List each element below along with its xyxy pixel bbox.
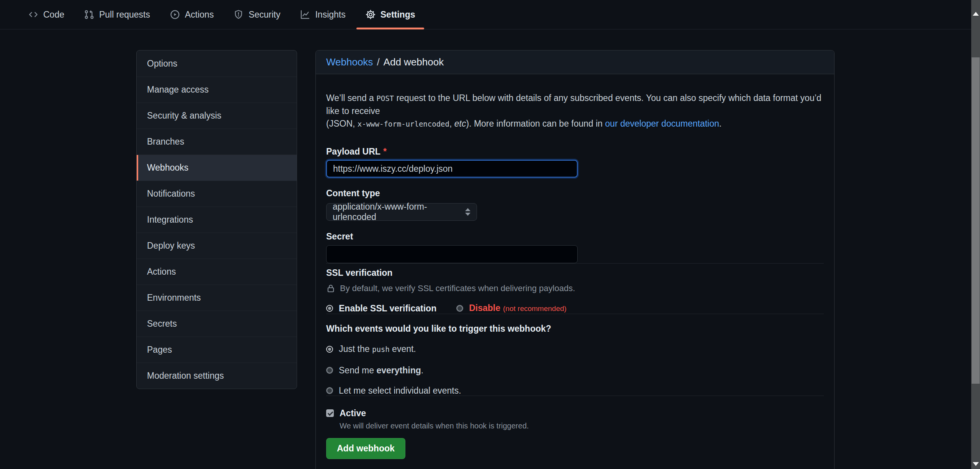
sidebar-item-label: Moderation settings: [147, 371, 224, 381]
settings-sidebar: Options Manage access Security & analysi…: [136, 50, 297, 389]
active-label: Active: [340, 408, 366, 418]
tab-label: Pull requests: [99, 10, 150, 20]
ssl-disable-radio[interactable]: Disable(not recommended): [456, 303, 567, 314]
section-divider: [326, 396, 824, 396]
ssl-note-row: By default, we verify SSL certificates w…: [326, 283, 824, 293]
scroll-up-arrow[interactable]: [973, 12, 979, 16]
sidebar-item-notifications[interactable]: Notifications: [137, 181, 297, 207]
section-divider: [326, 263, 824, 264]
sidebar-item-label: Integrations: [147, 215, 193, 225]
urlencoded-code: x-www-form-urlencoded: [358, 120, 449, 128]
tab-actions[interactable]: Actions: [160, 0, 224, 29]
sidebar-item-deploy-keys[interactable]: Deploy keys: [137, 233, 297, 259]
ssl-note-text: By default, we verify SSL certificates w…: [340, 283, 575, 293]
required-asterisk: *: [383, 147, 387, 156]
event-individual-radio[interactable]: Let me select individual events.: [326, 386, 824, 396]
radio-selected-icon: [326, 305, 333, 312]
sidebar-item-label: Actions: [147, 267, 176, 277]
tab-label: Insights: [315, 10, 345, 20]
content-type-select[interactable]: application/x-www-form-urlencoded: [326, 203, 477, 221]
event-label-part: Just the: [339, 344, 372, 354]
ssl-options: Enable SSL verification Disable(not reco…: [326, 303, 824, 314]
radio-unselected-icon: [326, 367, 333, 374]
tab-label: Settings: [381, 10, 415, 20]
payload-url-input[interactable]: [326, 160, 578, 178]
event-everything-label: Send me everything.: [339, 365, 423, 375]
intro-part: We’ll send a: [326, 93, 376, 103]
intro-part: ,: [449, 119, 454, 129]
event-just-push-label: Just the push event.: [339, 344, 416, 354]
add-webhook-button[interactable]: Add webhook: [326, 438, 405, 459]
tab-label: Code: [43, 10, 64, 20]
sidebar-item-label: Webhooks: [147, 163, 188, 173]
developer-docs-link[interactable]: our developer documentation: [605, 119, 719, 129]
breadcrumb-separator: /: [377, 56, 379, 68]
graph-icon: [300, 10, 310, 20]
sidebar-item-label: Notifications: [147, 189, 195, 199]
sidebar-item-environments[interactable]: Environments: [137, 285, 297, 311]
section-divider: [326, 314, 824, 314]
intro-part: (JSON,: [326, 119, 358, 129]
sidebar-item-security-analysis[interactable]: Security & analysis: [137, 103, 297, 129]
tab-pull-requests[interactable]: Pull requests: [74, 0, 160, 29]
payload-url-label: Payload URL*: [326, 147, 824, 156]
radio-selected-icon: [326, 346, 333, 353]
sidebar-item-webhooks[interactable]: Webhooks: [137, 155, 297, 181]
event-label-bold: everything: [376, 365, 421, 375]
event-individual-label: Let me select individual events.: [339, 386, 461, 396]
play-circle-icon: [170, 10, 180, 20]
gear-icon: [366, 10, 376, 20]
content-type-selected-value: application/x-www-form-urlencoded: [333, 202, 458, 222]
active-description: We will deliver event details when this …: [340, 421, 824, 430]
active-checkbox[interactable]: [326, 409, 334, 417]
sidebar-item-secrets[interactable]: Secrets: [137, 311, 297, 337]
sidebar-item-branches[interactable]: Branches: [137, 129, 297, 155]
tab-code[interactable]: Code: [18, 0, 74, 29]
sidebar-item-label: Secrets: [147, 319, 177, 329]
sidebar-item-label: Branches: [147, 137, 184, 147]
sidebar-item-label: Options: [147, 59, 177, 69]
ssl-enable-radio[interactable]: Enable SSL verification: [326, 303, 436, 313]
sidebar-item-moderation-settings[interactable]: Moderation settings: [137, 363, 297, 389]
breadcrumb: Webhooks / Add webhook: [316, 50, 834, 74]
ssl-disable-note: (not recommended): [503, 305, 567, 313]
tab-settings[interactable]: Settings: [356, 0, 425, 29]
event-label-part: event.: [390, 344, 416, 354]
radio-unselected-icon: [326, 387, 333, 394]
sidebar-item-integrations[interactable]: Integrations: [137, 207, 297, 233]
secret-label: Secret: [326, 231, 824, 241]
tab-security[interactable]: Security: [224, 0, 290, 29]
event-just-push-radio[interactable]: Just the push event.: [326, 344, 824, 354]
ssl-disable-label: Disable: [469, 303, 500, 313]
ssl-enable-label: Enable SSL verification: [339, 303, 436, 313]
scrollbar-thumb[interactable]: [972, 57, 980, 384]
intro-part: request to the URL below with details of…: [326, 93, 822, 116]
pull-request-icon: [84, 10, 94, 20]
event-label-part: .: [421, 365, 423, 375]
intro-text: We’ll send a POST request to the URL bel…: [326, 92, 824, 130]
code-icon: [28, 10, 38, 20]
radio-unselected-icon: [456, 305, 463, 312]
tab-insights[interactable]: Insights: [290, 0, 355, 29]
sidebar-item-label: Security & analysis: [147, 111, 221, 121]
content-type-label: Content type: [326, 188, 824, 198]
webhook-form: We’ll send a POST request to the URL bel…: [316, 74, 834, 459]
secret-input[interactable]: [326, 245, 578, 263]
sidebar-item-pages[interactable]: Pages: [137, 337, 297, 363]
sidebar-item-label: Manage access: [147, 85, 209, 95]
repo-nav: Code Pull requests Actions Security Insi…: [0, 0, 971, 29]
lock-icon: [326, 284, 335, 293]
scroll-down-arrow[interactable]: [973, 462, 979, 466]
sidebar-item-manage-access[interactable]: Manage access: [137, 77, 297, 103]
sidebar-item-options[interactable]: Options: [137, 50, 297, 77]
sidebar-item-label: Environments: [147, 293, 201, 303]
payload-url-label-text: Payload URL: [326, 147, 381, 156]
sidebar-item-actions[interactable]: Actions: [137, 259, 297, 285]
sidebar-item-label: Deploy keys: [147, 241, 195, 251]
event-everything-radio[interactable]: Send me everything.: [326, 365, 824, 375]
push-code: push: [372, 345, 390, 353]
page-title: Add webhook: [384, 56, 444, 68]
active-checkbox-row: Active: [326, 408, 824, 418]
breadcrumb-webhooks-link[interactable]: Webhooks: [326, 56, 373, 68]
scrollbar[interactable]: [971, 0, 980, 469]
